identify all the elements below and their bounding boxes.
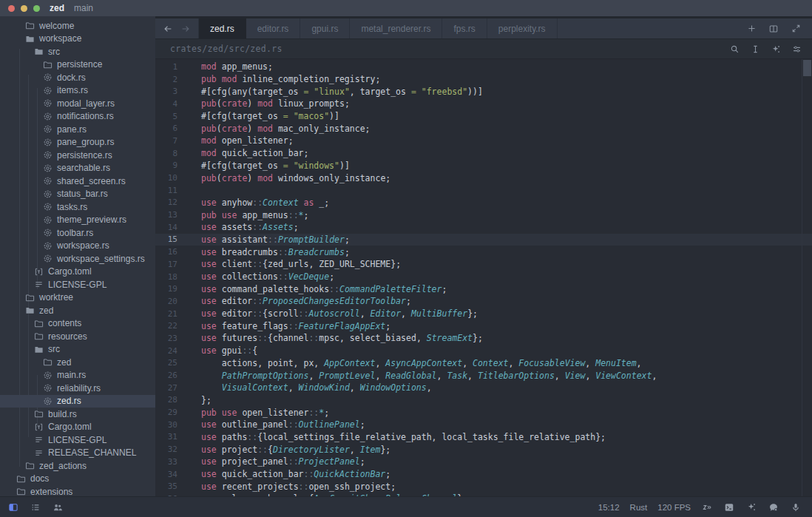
code-line-21[interactable]: 21use editor::{scroll::Autoscroll, Edito… <box>155 308 812 320</box>
code-line-3[interactable]: 3#[cfg(any(target_os = "linux", target_o… <box>155 85 812 98</box>
chat-icon[interactable] <box>768 501 779 513</box>
tree-item-extensions[interactable]: extensions <box>0 485 155 496</box>
language-selector[interactable]: Rust <box>630 503 648 512</box>
tree-item-workspace-settings-rs[interactable]: workspace_settings.rs <box>0 252 155 266</box>
terminal-icon[interactable] <box>723 501 735 513</box>
expand-icon[interactable] <box>790 23 802 35</box>
close-button[interactable] <box>8 5 15 12</box>
tree-item-notifications-rs[interactable]: notifications.rs <box>0 110 155 124</box>
code-line-10[interactable]: 10pub(crate) mod windows_only_instance; <box>155 172 812 184</box>
code-line-11[interactable]: 11 <box>155 184 812 197</box>
tree-item-build-rs[interactable]: build.rs <box>0 408 155 421</box>
code-line-32[interactable]: 32use project::{DirectoryLister, Item}; <box>155 443 812 456</box>
scrollbar-thumb[interactable] <box>803 60 811 76</box>
code-line-24[interactable]: 24use gpui::{ <box>155 345 812 357</box>
code-line-26[interactable]: 26 PathPromptOptions, PromptLevel, ReadG… <box>155 369 812 382</box>
back-icon[interactable] <box>160 21 175 36</box>
breadcrumb[interactable]: crates/zed/src/zed.rs <box>170 44 282 54</box>
code-line-33[interactable]: 33use project_panel::ProjectPanel; <box>155 456 812 468</box>
tree-item-pane-group-rs[interactable]: pane_group.rs <box>0 136 155 149</box>
assistant-sparkle-icon[interactable] <box>745 501 757 513</box>
forward-icon[interactable] <box>178 21 193 36</box>
code-line-34[interactable]: 34use quick_action_bar::QuickActionBar; <box>155 468 812 481</box>
code-line-20[interactable]: 20use editor::ProposedChangesEditorToolb… <box>155 295 812 308</box>
tree-item-src[interactable]: src <box>0 343 155 357</box>
tree-item-searchable-rs[interactable]: searchable.rs <box>0 162 155 175</box>
tree-item-docs[interactable]: docs <box>0 473 155 486</box>
plus-icon[interactable] <box>745 23 757 35</box>
code-line-22[interactable]: 22use feature_flags::FeatureFlagAppExt; <box>155 320 812 332</box>
code-line-12[interactable]: 12use anyhow::Context as _; <box>155 197 812 209</box>
code-editor[interactable]: 1mod app_menus;2pub mod inline_completio… <box>155 59 812 496</box>
code-line-16[interactable]: 16use breadcrumbs::Breadcrumbs; <box>155 246 812 258</box>
tree-item-workspace[interactable]: workspace <box>0 33 155 46</box>
tree-item-status-bar-rs[interactable]: status_bar.rs <box>0 188 155 201</box>
collab-people-icon[interactable] <box>52 501 64 513</box>
code-line-30[interactable]: 30use outline_panel::OutlinePanel; <box>155 419 812 431</box>
tab-gpui-rs[interactable]: gpui.rs <box>300 18 350 38</box>
tree-item-workspace-rs[interactable]: workspace.rs <box>0 240 155 253</box>
tree-item-worktree[interactable]: worktree <box>0 291 155 305</box>
code-line-35[interactable]: 35use recent_projects::open_ssh_project; <box>155 480 812 493</box>
tab-zed-rs[interactable]: zed.rs <box>199 18 246 38</box>
tree-item-reliability-rs[interactable]: reliability.rs <box>0 382 155 395</box>
tree-item-src[interactable]: src <box>0 45 155 58</box>
tree-item-license-gpl[interactable]: LICENSE-GPL <box>0 433 155 447</box>
code-line-23[interactable]: 23use futures::{channel::mpsc, select_bi… <box>155 332 812 345</box>
code-line-4[interactable]: 4pub(crate) mod linux_prompts; <box>155 98 812 110</box>
filter-icon[interactable] <box>791 43 802 55</box>
code-line-6[interactable]: 6pub(crate) mod mac_only_instance; <box>155 122 812 135</box>
tab-fps-rs[interactable]: fps.rs <box>442 18 487 38</box>
tree-item-tasks-rs[interactable]: tasks.rs <box>0 200 155 214</box>
project-name[interactable]: zed <box>50 3 64 13</box>
code-line-9[interactable]: 9#[cfg(target_os = "windows")] <box>155 160 812 172</box>
code-line-25[interactable]: 25 actions, point, px, AppContext, Async… <box>155 357 812 370</box>
tab-editor-rs[interactable]: editor.rs <box>246 18 301 38</box>
tree-item-main-rs[interactable]: main.rs <box>0 369 155 382</box>
code-line-2[interactable]: 2pub mod inline_completion_registry; <box>155 73 812 86</box>
tree-item-release-channel[interactable]: RELEASE_CHANNEL <box>0 447 155 460</box>
tree-item-dock-rs[interactable]: dock.rs <box>0 71 155 84</box>
code-line-7[interactable]: 7mod open_listener; <box>155 135 812 147</box>
tree-item-license-gpl[interactable]: LICENSE-GPL <box>0 278 155 291</box>
code-line-15[interactable]: 15use assistant::PromptBuilder; <box>155 234 812 246</box>
split-pane-icon[interactable] <box>768 23 779 35</box>
text-cursor-icon[interactable] <box>749 43 761 55</box>
tree-item-toolbar-rs[interactable]: toolbar.rs <box>0 226 155 240</box>
editor-scrollbar[interactable] <box>802 59 812 496</box>
tree-item-modal-layer-rs[interactable]: modal_layer.rs <box>0 97 155 110</box>
code-line-19[interactable]: 19use command_palette_hooks::CommandPale… <box>155 283 812 295</box>
tree-item-persistence[interactable]: persistence <box>0 58 155 72</box>
outline-panel-icon[interactable] <box>30 501 41 513</box>
code-line-31[interactable]: 31use paths::{local_settings_file_relati… <box>155 431 812 444</box>
tab-perplexity-rs[interactable]: perplexity.rs <box>487 18 558 38</box>
search-icon[interactable] <box>728 43 740 55</box>
tree-item-items-rs[interactable]: items.rs <box>0 84 155 98</box>
code-line-13[interactable]: 13pub use app_menus::*; <box>155 209 812 221</box>
tree-item-theme-preview-rs[interactable]: theme_preview.rs <box>0 214 155 227</box>
tree-item-welcome[interactable]: welcome <box>0 19 155 33</box>
code-line-5[interactable]: 5#[cfg(target_os = "macos")] <box>155 110 812 123</box>
code-line-27[interactable]: 27 VisualContext, WindowKind, WindowOpti… <box>155 382 812 394</box>
code-line-8[interactable]: 8mod quick_action_bar; <box>155 147 812 160</box>
tree-item-resources[interactable]: resources <box>0 330 155 343</box>
git-branch[interactable]: main <box>74 3 93 13</box>
assistant-sparkle-icon[interactable] <box>770 43 782 55</box>
zeta-icon[interactable] <box>701 501 713 513</box>
code-line-18[interactable]: 18use collections::VecDeque; <box>155 271 812 283</box>
tree-item-contents[interactable]: contents <box>0 317 155 331</box>
tree-item-pane-rs[interactable]: pane.rs <box>0 123 155 136</box>
code-line-17[interactable]: 17use client::{zed_urls, ZED_URL_SCHEME}… <box>155 258 812 271</box>
tree-item-cargo-toml[interactable]: Cargo.toml <box>0 266 155 279</box>
tree-item-shared-screen-rs[interactable]: shared_screen.rs <box>0 175 155 188</box>
tree-item-zed-actions[interactable]: zed_actions <box>0 459 155 473</box>
zoom-button[interactable] <box>33 5 40 12</box>
code-line-29[interactable]: 29pub use open_listener::*; <box>155 406 812 419</box>
mic-icon[interactable] <box>790 501 802 513</box>
tree-item-zed[interactable]: zed <box>0 304 155 317</box>
code-line-28[interactable]: 28}; <box>155 394 812 407</box>
tree-item-cargo-toml[interactable]: Cargo.toml <box>0 421 155 434</box>
tab-metal-renderer-rs[interactable]: metal_renderer.rs <box>350 18 442 38</box>
tree-item-zed[interactable]: zed <box>0 356 155 369</box>
code-line-1[interactable]: 1mod app_menus; <box>155 61 812 73</box>
